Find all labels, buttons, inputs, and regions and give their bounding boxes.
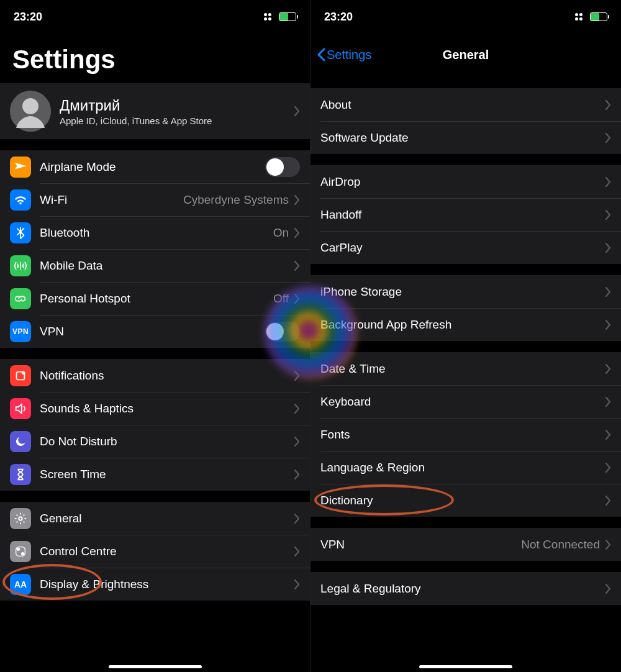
battery-icon [279,12,296,21]
chevron-right-icon [605,584,611,594]
svg-point-6 [21,552,24,555]
vpn-value2: Not Connected [521,538,600,552]
network-group: Airplane Mode Wi-Fi Cyberdyne Systems Bl… [0,150,310,348]
wifi-label: Wi-Fi [40,193,183,207]
handoff-label: Handoff [320,208,605,222]
chevron-right-icon [605,430,611,440]
screentime-row[interactable]: Screen Time [0,458,310,491]
sounds-label: Sounds & Haptics [40,402,294,415]
svg-point-4 [19,517,22,520]
general-screen: 23:20 Settings General About Software Up… [310,0,621,672]
hotspot-label: Personal Hotspot [40,292,273,306]
fonts-row[interactable]: Fonts [310,418,621,451]
control-centre-row[interactable]: Control Centre [0,535,310,568]
bluetooth-row[interactable]: Bluetooth On [0,216,310,249]
airdrop-row[interactable]: AirDrop [310,165,621,198]
keyboard-row[interactable]: Keyboard [310,385,621,418]
chevron-right-icon [294,514,300,524]
about-group: About Software Update [310,88,621,154]
legal-row[interactable]: Legal & Regulatory [310,572,621,605]
svg-point-5 [17,547,20,551]
vpn-label2: VPN [320,538,521,552]
chevron-right-icon [294,228,300,238]
mobiledata-label: Mobile Data [40,259,294,273]
chevron-left-icon [317,48,325,61]
profile-name: Дмитрий [60,97,285,114]
hourglass-icon [10,464,31,485]
storage-label: iPhone Storage [320,285,605,299]
wifi-value: Cyberdyne Systems [183,193,289,207]
chevron-right-icon [294,437,300,447]
chevron-right-icon [605,496,611,506]
cellular-signal-icon [575,13,582,20]
software-update-row[interactable]: Software Update [310,121,621,154]
handoff-row[interactable]: Handoff [310,198,621,231]
profile-group: Дмитрий Apple ID, iCloud, iTunes & App S… [0,83,310,139]
vpn-label: VPN [40,325,265,338]
iphone-storage-row[interactable]: iPhone Storage [310,275,621,308]
chevron-right-icon [294,547,300,556]
vpn-icon: VPN [10,321,31,342]
legal-label: Legal & Regulatory [320,582,605,596]
display-row[interactable]: AA Display & Brightness [0,568,310,601]
datetime-row[interactable]: Date & Time [310,352,621,385]
general-row[interactable]: General [0,502,310,535]
fonts-label: Fonts [320,428,605,442]
airplane-mode-row[interactable]: Airplane Mode [0,150,310,183]
dict-label: Dictionary [320,494,605,507]
dnd-row[interactable]: Do Not Disturb [0,425,310,458]
carplay-label: CarPlay [320,241,605,255]
language-region-row[interactable]: Language & Region [310,451,621,484]
text-size-icon: AA [10,574,31,595]
about-row[interactable]: About [310,88,621,121]
chevron-right-icon [294,404,300,414]
chevron-right-icon [294,195,300,205]
sharing-group: AirDrop Handoff CarPlay [310,165,621,264]
wifi-row[interactable]: Wi-Fi Cyberdyne Systems [0,183,310,216]
vpn-toggle[interactable] [265,322,300,342]
notifications-icon [10,365,31,386]
speaker-icon [10,398,31,419]
chevron-right-icon [605,463,611,473]
airplane-icon [10,157,31,178]
airplane-label: Airplane Mode [40,160,265,174]
page-title: Settings [0,27,310,83]
chevron-right-icon [294,371,300,381]
datetime-label: Date & Time [320,362,605,376]
bluetooth-value: On [273,226,289,240]
bg-refresh-row[interactable]: Background App Refresh [310,308,621,341]
cellular-signal-icon [264,13,271,20]
chevron-right-icon [605,287,611,297]
airplane-toggle[interactable] [265,157,300,177]
settings-root-screen: 23:20 Settings Дмитрий Apple ID, iCloud,… [0,0,310,672]
legal-group: Legal & Regulatory [310,572,621,605]
link-icon [10,288,31,309]
carplay-row[interactable]: CarPlay [310,231,621,264]
svg-point-3 [22,371,25,375]
chevron-right-icon [294,261,300,271]
notifications-row[interactable]: Notifications [0,359,310,392]
status-time: 23:20 [324,11,353,24]
chevron-right-icon [294,106,300,116]
status-bar: 23:20 [0,0,310,27]
status-bar: 23:20 [310,0,621,27]
home-indicator [109,665,202,668]
bluetooth-icon [10,222,31,243]
vpn-row2[interactable]: VPN Not Connected [310,528,621,561]
chevron-right-icon [605,243,611,253]
vpn-row[interactable]: VPN VPN [0,315,310,348]
sliders-icon [10,541,31,562]
mobile-data-row[interactable]: Mobile Data [0,249,310,282]
system-group: General Control Centre AA Display & Brig… [0,502,310,601]
back-button[interactable]: Settings [310,48,371,62]
bluetooth-label: Bluetooth [40,226,273,240]
moon-icon [10,431,31,452]
sounds-row[interactable]: Sounds & Haptics [0,392,310,425]
alerts-group: Notifications Sounds & Haptics Do Not Di… [0,359,310,491]
notifications-label: Notifications [40,369,294,383]
profile-row[interactable]: Дмитрий Apple ID, iCloud, iTunes & App S… [0,83,310,139]
personal-hotspot-row[interactable]: Personal Hotspot Off [0,282,310,315]
avatar-icon [10,91,51,132]
dnd-label: Do Not Disturb [40,435,294,448]
dictionary-row[interactable]: Dictionary [310,484,621,517]
